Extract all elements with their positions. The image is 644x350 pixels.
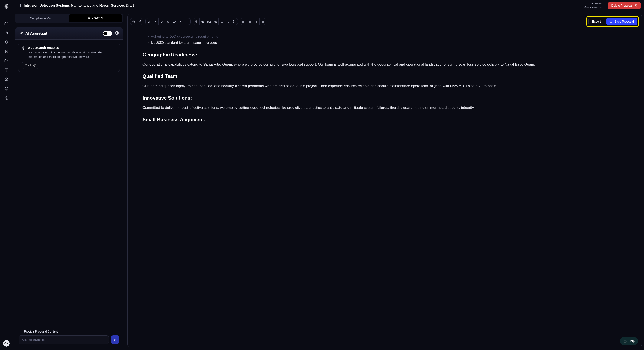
nav-folder-icon[interactable] (2, 56, 11, 65)
context-checkbox[interactable] (18, 330, 22, 333)
nav-package-icon[interactable] (2, 75, 11, 84)
heading-geographic: Geographic Readiness: (142, 52, 627, 58)
left-rail: CA (0, 0, 13, 350)
topbar: Intrusion Detection Systems Maintenance … (13, 0, 644, 11)
paragraph-button[interactable] (193, 18, 199, 25)
nav-account-icon[interactable] (2, 84, 11, 93)
svg-point-6 (34, 64, 36, 66)
doc-stats: 337 words 2577 characters (584, 2, 605, 9)
help-label: Help (628, 339, 635, 343)
document-body[interactable]: Adhering to DoD cybersecurity requiremen… (128, 30, 642, 347)
h3-button[interactable]: H3 (212, 18, 218, 25)
paragraph: Committed to delivering cost-effective s… (142, 105, 627, 111)
checklist-button[interactable] (231, 18, 238, 25)
undo-button[interactable] (130, 18, 137, 25)
export-button[interactable]: Export (588, 18, 604, 25)
bold-button[interactable]: B (146, 18, 152, 25)
send-button[interactable] (111, 335, 120, 344)
svg-point-9 (221, 22, 221, 22)
ordered-list-button[interactable]: 123 (225, 18, 231, 25)
user-avatar[interactable]: CA (3, 340, 10, 346)
paragraph: Our team comprises highly trained, certi… (142, 83, 627, 89)
word-count: 337 words (584, 2, 602, 6)
nav-document-icon[interactable] (2, 28, 11, 37)
trash-icon (634, 4, 638, 7)
delete-proposal-button[interactable]: Delete Proposal (608, 2, 640, 9)
action-highlight-box: Export Save Proposal (586, 16, 639, 27)
list-item: Adhering to DoD cybersecurity requiremen… (151, 34, 627, 40)
web-search-notice: Web Search Enabled I can now search the … (18, 42, 120, 72)
svg-text:3: 3 (227, 22, 228, 23)
cloud-save-icon (610, 20, 613, 23)
svg-point-2 (6, 98, 7, 99)
svg-rect-3 (17, 4, 21, 7)
panel-tabs: Compliance Matrix GovGPT AI (15, 14, 123, 23)
svg-point-8 (221, 21, 221, 22)
nav-bell-icon[interactable] (2, 38, 11, 46)
paragraph: Our operational capabilities extend to S… (142, 62, 627, 68)
align-justify-button[interactable] (260, 18, 266, 25)
align-right-button[interactable] (253, 18, 260, 25)
save-proposal-button[interactable]: Save Proposal (606, 18, 637, 25)
redo-button[interactable] (137, 18, 143, 25)
save-label: Save Proposal (614, 20, 634, 23)
italic-button[interactable]: I (152, 18, 158, 25)
nav-book-icon[interactable] (2, 66, 11, 74)
assistant-header: AI Assistant (15, 28, 123, 40)
sparkle-icon (19, 31, 23, 36)
svg-rect-13 (234, 20, 234, 21)
subscript-button[interactable]: X2 (171, 18, 178, 25)
assistant-title-label: AI Assistant (25, 31, 47, 36)
superscript-button[interactable]: X2 (178, 18, 184, 25)
editor-toolbar: B I U S X2 X2 H1 H2 H3 123 (128, 14, 642, 30)
underline-button[interactable]: U (158, 18, 165, 25)
clear-format-button[interactable] (184, 18, 190, 25)
chat-input[interactable] (18, 335, 109, 344)
bullet-list-button[interactable] (218, 18, 225, 25)
list-item: UL 2050 standard for alarm panel upgrade… (151, 40, 627, 46)
tab-compliance-matrix[interactable]: Compliance Matrix (16, 14, 69, 22)
align-left-button[interactable] (240, 18, 246, 25)
rail-separator (0, 16, 12, 16)
assistant-panel: Compliance Matrix GovGPT AI AI Assistant (15, 14, 123, 348)
sidebar-toggle-icon[interactable] (16, 3, 21, 8)
got-it-button[interactable]: Got it (22, 62, 40, 69)
heading-sba: Small Business Alignment: (142, 117, 627, 123)
tab-govgpt-ai[interactable]: GovGPT AI (69, 14, 122, 22)
nav-home-icon[interactable] (2, 19, 11, 28)
editor-panel: B I U S X2 X2 H1 H2 H3 123 (127, 14, 642, 348)
h2-button[interactable]: H2 (206, 18, 212, 25)
chat-area (15, 75, 123, 326)
help-icon (623, 339, 627, 343)
nav-settings-icon[interactable] (2, 94, 11, 102)
h1-button[interactable]: H1 (199, 18, 206, 25)
globe-icon[interactable] (115, 31, 119, 36)
ws-desc: I can now search the web to provide you … (28, 50, 116, 59)
help-button[interactable]: Help (620, 337, 638, 345)
heading-team: Qualified Team: (142, 74, 627, 79)
heading-innovative: Innovative Solutions: (142, 95, 627, 101)
document-title: Intrusion Detection Systems Maintenance … (24, 4, 134, 8)
align-center-button[interactable] (246, 18, 253, 25)
check-circle-icon (33, 64, 36, 67)
gotit-label: Got it (25, 64, 32, 67)
info-icon (22, 46, 26, 50)
delete-label: Delete Proposal (611, 4, 632, 7)
context-label: Provide Proposal Context (24, 330, 58, 333)
assistant-toggle[interactable] (103, 31, 112, 36)
ws-title: Web Search Enabled (28, 46, 116, 50)
app-logo (3, 3, 10, 11)
svg-rect-14 (234, 22, 234, 22)
strikethrough-button[interactable]: S (165, 18, 171, 25)
svg-point-7 (221, 21, 221, 21)
nav-script-icon[interactable] (2, 47, 11, 56)
send-icon (114, 338, 117, 341)
char-count: 2577 characters (584, 6, 602, 9)
svg-point-1 (6, 88, 7, 89)
